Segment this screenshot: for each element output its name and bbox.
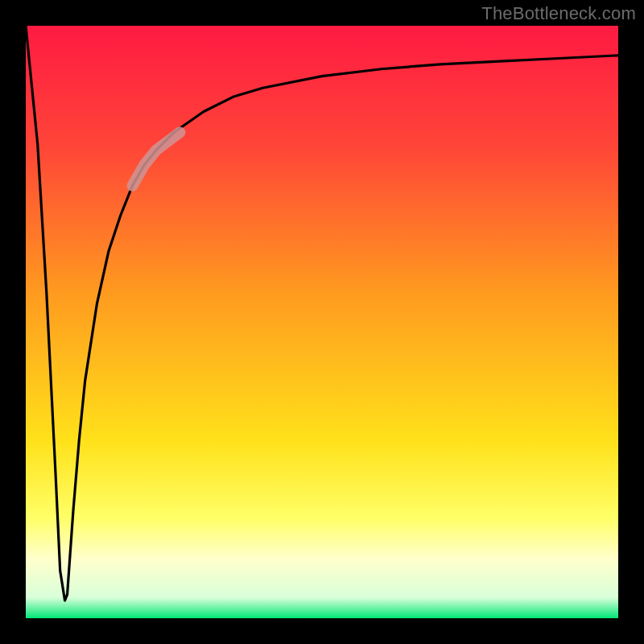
bottleneck-curve	[26, 26, 618, 601]
plot-area	[26, 26, 618, 618]
curve-layer	[26, 26, 618, 618]
attribution-text: TheBottleneck.com	[481, 3, 636, 24]
highlight-segment	[132, 132, 180, 185]
chart-stage: TheBottleneck.com	[0, 0, 644, 644]
